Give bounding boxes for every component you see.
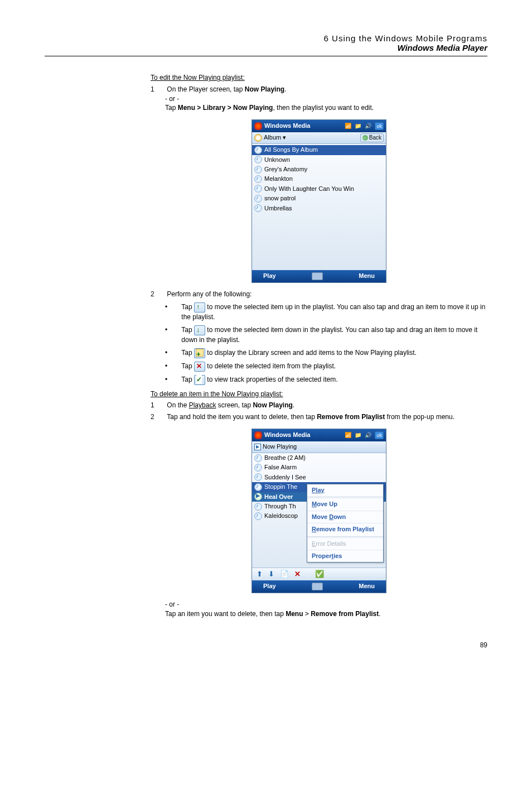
now-playing-icon: ▶	[254, 444, 261, 450]
step-2: 2 Perform any of the following:	[151, 290, 487, 299]
track-label: Kaleidoscop	[264, 512, 298, 520]
menu-move-up[interactable]: Move Up	[307, 498, 383, 510]
album-item[interactable]: Unknown	[252, 155, 386, 165]
track-row[interactable]: Breathe (2 AM)	[252, 453, 386, 463]
shot2-footer: Play Menu	[252, 580, 386, 593]
bullet-del-post: to delete the selected item from the pla…	[205, 362, 336, 370]
step-1: 1 On the Player screen, tap Now Playing.	[151, 85, 487, 94]
menu-movedown-u: D	[329, 513, 333, 520]
move-up-icon[interactable]	[194, 302, 205, 313]
tb-delete-icon[interactable]: ✕	[294, 569, 301, 579]
bullet-up-pre: Tap	[181, 303, 194, 311]
album-item-label: Melankton	[264, 175, 293, 183]
menu-properties[interactable]: Properties	[307, 550, 383, 562]
album-item[interactable]: snow patrol	[252, 194, 386, 203]
bullet-dot: •	[165, 375, 180, 384]
menu-remove[interactable]: Remove from Playlist	[307, 523, 383, 535]
step-1b-pre: Tap	[165, 104, 178, 112]
bullet-up: • Tap to move the selected item up in th…	[165, 302, 487, 322]
s2-step-2-num: 2	[151, 412, 165, 422]
menu-softkey[interactable]: Menu	[359, 272, 375, 280]
section-title-delete: To delete an item in the Now Playing pla…	[151, 390, 487, 399]
wmp-logo-icon	[254, 122, 262, 130]
menu-play[interactable]: Play	[307, 484, 383, 496]
move-down-icon[interactable]	[194, 325, 205, 335]
keyboard-icon[interactable]	[312, 583, 323, 590]
keyboard-icon[interactable]	[312, 272, 323, 280]
shot1-footer: Play Menu	[252, 270, 386, 282]
library-add-icon[interactable]	[194, 348, 205, 358]
note-icon	[254, 175, 262, 183]
note-icon	[254, 195, 262, 203]
section-title-edit: To edit the Now Playing playlist:	[151, 73, 487, 83]
folder-icon: 📁	[355, 122, 361, 130]
track-row[interactable]: Suddenly I See	[252, 473, 386, 482]
bullet-dot: •	[165, 348, 180, 358]
menu-move-down[interactable]: Move Down	[307, 511, 383, 523]
shot1-subbar: Album ▾ ← Back	[252, 132, 386, 144]
tb-move-up-icon[interactable]: ⬆	[257, 569, 263, 579]
tb-properties-icon[interactable]: ✅	[315, 569, 324, 579]
s2-step-1-num: 1	[151, 401, 165, 410]
menu-error-r: rror Details	[316, 540, 346, 547]
album-item[interactable]: Grey's Anatomy	[252, 165, 386, 174]
album-dropdown[interactable]: Album ▾	[264, 133, 286, 142]
note-icon	[254, 454, 262, 462]
shot1-list: All Songs By Album Unknown Grey's Anatom…	[252, 144, 386, 270]
album-item[interactable]: Only With Laughter Can You Win	[252, 184, 386, 194]
s2-step-2-post: from the pop-up menu.	[385, 413, 454, 421]
s2-step-2-bold: Remove from Playlist	[317, 413, 385, 421]
album-item-label: Unknown	[264, 156, 290, 164]
step-1-pre: On the Player screen, tap	[167, 85, 244, 93]
playing-icon	[254, 493, 262, 501]
step-1b-bold: Menu > Library > Now Playing	[178, 104, 273, 112]
s2-step-1-tail: .	[293, 401, 294, 409]
note-icon	[254, 156, 262, 164]
bullet-dot: •	[165, 325, 180, 335]
track-label: False Alarm	[264, 463, 297, 472]
note-icon	[254, 464, 262, 472]
bullet-prop: • Tap to view track properties of the se…	[165, 375, 487, 385]
album-icon	[254, 134, 262, 142]
bullet-dot: •	[165, 362, 180, 371]
tb-library-icon[interactable]: 📄	[280, 569, 289, 579]
bullet-lib-pre: Tap	[181, 349, 194, 357]
note-icon	[254, 185, 262, 193]
album-item-label: snow patrol	[264, 194, 296, 203]
shot2-titlebar: Windows Media 📶 📁 🔊 ok	[252, 429, 386, 441]
back-arrow-icon: ←	[362, 135, 368, 141]
bullet-down-pre: Tap	[181, 326, 194, 334]
bullet-dot: •	[165, 302, 180, 312]
bullet-lib: • Tap to display the Library screen and …	[165, 348, 487, 358]
play-softkey[interactable]: Play	[263, 582, 276, 590]
album-item-label: Grey's Anatomy	[264, 165, 307, 174]
tb-move-down-icon[interactable]: ⬇	[268, 569, 274, 579]
album-item[interactable]: Umbrellas	[252, 204, 386, 213]
shot2-subbar: ▶ Now Playing	[252, 441, 386, 453]
delete-icon[interactable]	[194, 362, 205, 372]
properties-icon[interactable]	[194, 375, 205, 385]
track-row[interactable]: False Alarm	[252, 463, 386, 472]
shot1-titlebar: Windows Media 📶 📁 🔊 ok	[252, 120, 386, 132]
ok-button[interactable]: ok	[375, 122, 384, 131]
menu-remove-r: emove from Playlist	[316, 526, 374, 532]
note-icon	[254, 204, 262, 212]
note-icon	[254, 503, 262, 511]
tail-b2: Remove from Playlist	[311, 610, 379, 618]
step-1-tail: .	[284, 85, 286, 93]
menu-softkey[interactable]: Menu	[359, 582, 375, 590]
volume-icon: 🔊	[365, 431, 371, 439]
now-playing-label[interactable]: Now Playing	[263, 443, 297, 451]
s2-step-1-pre: On the	[167, 401, 188, 409]
ok-button[interactable]: ok	[375, 431, 384, 440]
menu-movedown-post: own	[333, 513, 346, 520]
album-item-label: Only With Laughter Can You Win	[264, 185, 354, 193]
s2-step-1-post: screen, tap	[216, 401, 253, 409]
back-button[interactable]: ← Back	[360, 133, 384, 142]
album-item-selected[interactable]: All Songs By Album	[252, 145, 386, 155]
wmp-logo-icon	[254, 431, 262, 439]
play-softkey[interactable]: Play	[263, 272, 276, 280]
or-2: - or -	[165, 600, 487, 609]
album-item[interactable]: Melankton	[252, 174, 386, 184]
track-label: Stoppin The	[264, 483, 297, 491]
